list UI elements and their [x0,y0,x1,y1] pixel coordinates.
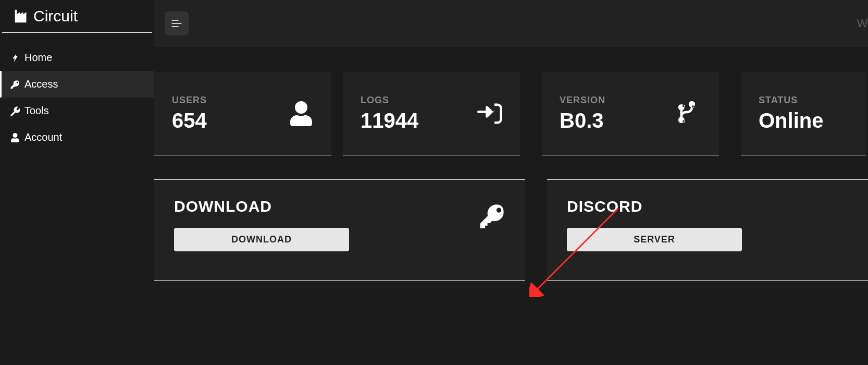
panel-download: DOWNLOAD DOWNLOAD [154,179,525,281]
stat-card-users: USERS 654 [154,72,331,155]
sidebar-item-account[interactable]: Account [0,124,154,151]
key-icon [479,203,505,229]
welcome-text: Welcome [857,17,868,30]
main: Welcome USERS 654 LOGS 11944 [154,0,868,365]
sidebar-item-label: Home [24,52,52,64]
discord-server-button[interactable]: SERVER [567,228,742,251]
stat-value: 11944 [361,109,418,132]
stat-card-version: VERSION B0.3 [542,72,719,155]
sidebar-item-label: Account [24,131,62,143]
branch-icon [676,101,701,126]
brand-name: Circuit [33,7,78,25]
topbar: Welcome [154,0,868,47]
panels-row: DOWNLOAD DOWNLOAD DISCORD SERVER [154,179,868,281]
brand: Circuit [2,2,152,33]
sidebar-item-label: Tools [24,105,49,117]
stat-label: USERS [172,95,207,106]
bars-icon [171,18,182,29]
panel-title: DOWNLOAD [174,198,349,215]
wrench-icon [10,106,20,116]
download-button[interactable]: DOWNLOAD [174,228,349,251]
stat-value: Online [759,109,823,132]
sidebar: Circuit Home Access Tools Account [0,0,154,365]
stat-card-logs: LOGS 11944 [343,72,520,155]
user-icon [10,133,20,142]
sidebar-item-access[interactable]: Access [0,71,154,98]
panel-discord: DISCORD SERVER [547,179,868,281]
stat-label: STATUS [759,95,823,106]
bolt-icon [10,53,20,63]
sidebar-item-label: Access [24,78,58,90]
stat-value: B0.3 [560,109,605,132]
stats-row: USERS 654 LOGS 11944 VERSION B0.3 [154,72,868,155]
sidebar-item-home[interactable]: Home [0,44,154,71]
toggle-sidebar-button[interactable] [165,11,189,35]
stat-card-status: STATUS Online [741,72,866,155]
panel-title: DISCORD [567,198,742,215]
key-icon [10,80,20,89]
sidebar-item-tools[interactable]: Tools [0,98,154,124]
user-icon [289,101,314,126]
login-icon [477,101,502,126]
stat-value: 654 [172,109,207,132]
stat-label: LOGS [361,95,418,106]
content: USERS 654 LOGS 11944 VERSION B0.3 [154,47,868,365]
stat-label: VERSION [560,95,605,106]
factory-icon [14,9,28,23]
